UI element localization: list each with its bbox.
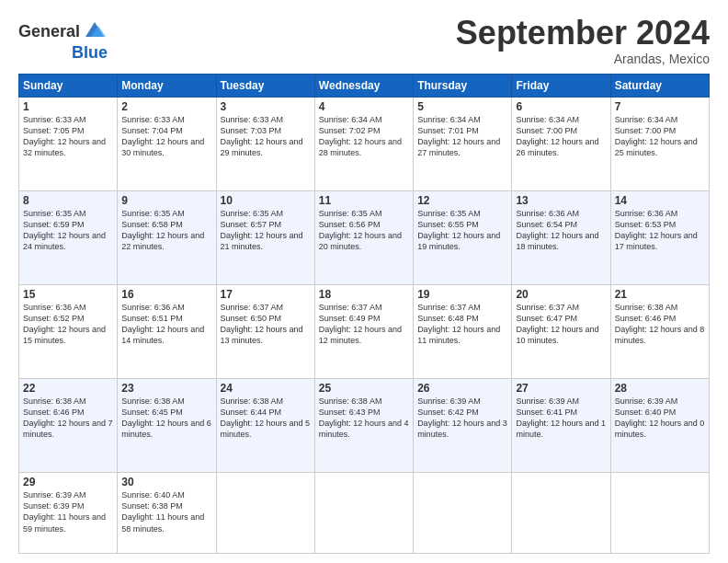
col-thursday: Thursday [414,74,512,97]
table-row: 29 Sunrise: 6:39 AMSunset: 6:39 PMDaylig… [19,473,710,554]
table-row: 8 Sunrise: 6:35 AMSunset: 6:59 PMDayligh… [19,190,710,284]
header: General Blue September 2024 Arandas, Mex… [18,15,710,66]
cell-22: 22 Sunrise: 6:38 AMSunset: 6:46 PMDaylig… [19,378,118,472]
cell-28: 28 Sunrise: 6:39 AMSunset: 6:40 PMDaylig… [610,378,709,472]
cell-empty-3 [414,473,512,554]
cell-13: 13 Sunrise: 6:36 AMSunset: 6:54 PMDaylig… [512,190,610,284]
cell-6: 6 Sunrise: 6:34 AMSunset: 7:00 PMDayligh… [512,97,610,190]
logo-text-blue: Blue [72,44,108,61]
cell-5: 5 Sunrise: 6:34 AMSunset: 7:01 PMDayligh… [414,97,512,190]
cell-17: 17 Sunrise: 6:37 AMSunset: 6:50 PMDaylig… [216,284,314,378]
cell-3: 3 Sunrise: 6:33 AMSunset: 7:03 PMDayligh… [216,97,314,190]
cell-empty-5 [610,473,709,554]
cell-7: 7 Sunrise: 6:34 AMSunset: 7:00 PMDayligh… [610,97,709,190]
cell-21: 21 Sunrise: 6:38 AMSunset: 6:46 PMDaylig… [610,284,709,378]
cell-27: 27 Sunrise: 6:39 AMSunset: 6:41 PMDaylig… [512,378,610,472]
cell-10: 10 Sunrise: 6:35 AMSunset: 6:57 PMDaylig… [216,190,314,284]
cell-23: 23 Sunrise: 6:38 AMSunset: 6:45 PMDaylig… [118,378,216,472]
month-title: September 2024 [456,15,710,52]
cell-14: 14 Sunrise: 6:36 AMSunset: 6:53 PMDaylig… [610,190,709,284]
header-row: Sunday Monday Tuesday Wednesday Thursday… [19,74,710,97]
cell-11: 11 Sunrise: 6:35 AMSunset: 6:56 PMDaylig… [314,190,413,284]
cell-empty-2 [314,473,413,554]
cell-20: 20 Sunrise: 6:37 AMSunset: 6:47 PMDaylig… [512,284,610,378]
cell-24: 24 Sunrise: 6:38 AMSunset: 6:44 PMDaylig… [216,378,314,472]
cell-8: 8 Sunrise: 6:35 AMSunset: 6:59 PMDayligh… [19,190,118,284]
cell-empty-4 [512,473,610,554]
cell-16: 16 Sunrise: 6:36 AMSunset: 6:51 PMDaylig… [118,284,216,378]
cell-12: 12 Sunrise: 6:35 AMSunset: 6:55 PMDaylig… [414,190,512,284]
page: General Blue September 2024 Arandas, Mex… [0,0,728,563]
col-wednesday: Wednesday [314,74,413,97]
col-sunday: Sunday [19,74,118,97]
cell-19: 19 Sunrise: 6:37 AMSunset: 6:48 PMDaylig… [414,284,512,378]
col-tuesday: Tuesday [216,74,314,97]
location: Arandas, Mexico [456,52,710,66]
table-row: 15 Sunrise: 6:36 AMSunset: 6:52 PMDaylig… [19,284,710,378]
cell-29: 29 Sunrise: 6:39 AMSunset: 6:39 PMDaylig… [19,473,118,554]
logo: General Blue [18,18,108,61]
calendar-table: Sunday Monday Tuesday Wednesday Thursday… [18,74,710,554]
cell-9: 9 Sunrise: 6:35 AMSunset: 6:58 PMDayligh… [118,190,216,284]
cell-4: 4 Sunrise: 6:34 AMSunset: 7:02 PMDayligh… [314,97,413,190]
cell-15: 15 Sunrise: 6:36 AMSunset: 6:52 PMDaylig… [19,284,118,378]
cell-2: 2 Sunrise: 6:33 AMSunset: 7:04 PMDayligh… [118,97,216,190]
table-row: 1 Sunrise: 6:33 AMSunset: 7:05 PMDayligh… [19,97,710,190]
cell-25: 25 Sunrise: 6:38 AMSunset: 6:43 PMDaylig… [314,378,413,472]
cell-empty-1 [216,473,314,554]
table-row: 22 Sunrise: 6:38 AMSunset: 6:46 PMDaylig… [19,378,710,472]
cell-30: 30 Sunrise: 6:40 AMSunset: 6:38 PMDaylig… [118,473,216,554]
col-friday: Friday [512,74,610,97]
cell-26: 26 Sunrise: 6:39 AMSunset: 6:42 PMDaylig… [414,378,512,472]
logo-text-general: General [18,23,80,40]
col-monday: Monday [118,74,216,97]
cell-18: 18 Sunrise: 6:37 AMSunset: 6:49 PMDaylig… [314,284,413,378]
logo-icon [82,17,108,42]
col-saturday: Saturday [610,74,709,97]
cell-1: 1 Sunrise: 6:33 AMSunset: 7:05 PMDayligh… [19,97,118,190]
title-block: September 2024 Arandas, Mexico [456,15,710,66]
